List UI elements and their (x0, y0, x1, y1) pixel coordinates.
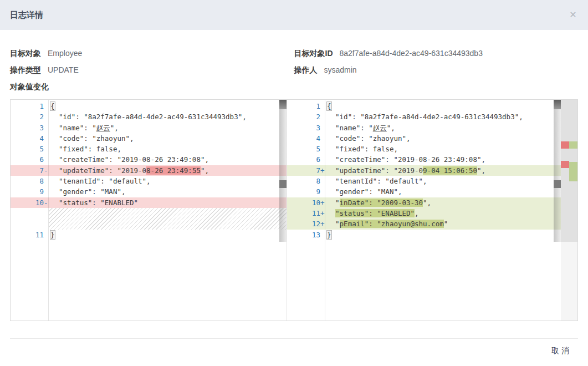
code-text: "fixed": false, (325, 144, 398, 154)
diff-line: 3 "name": "赵云", (287, 123, 561, 133)
diff-line: 5 "fixed": false, (287, 144, 561, 154)
line-number: 6 (11, 154, 49, 165)
code-text: "id": "8a2f7afe-a84d-4de2-ac49-631c34493… (49, 111, 247, 122)
line-number: 10+ (287, 197, 325, 208)
ruler-track-lower (561, 242, 577, 321)
diff-left-rows: 1{2 "id": "8a2f7afe-a84d-4de2-ac49-631c3… (11, 100, 287, 240)
diff-line: 1{ (11, 101, 287, 111)
diff-line: 4 "code": "zhaoyun", (287, 133, 561, 144)
diff-line: 7+ "updateTime": "2019-09-04 15:06:50", (287, 165, 561, 176)
field-target-object-id: 目标对象ID 8a2f7afe-a84d-4de2-ac49-631c34493… (294, 49, 579, 59)
operation-type-label: 操作类型 (10, 65, 41, 75)
code-text: "name": "赵云", (49, 123, 119, 133)
line-number: 5 (287, 144, 325, 154)
diff-right-pane[interactable]: 1{2 "id": "8a2f7afe-a84d-4de2-ac49-631c3… (287, 100, 577, 321)
code-text: "status": "ENABLED" (49, 197, 138, 208)
code-text: { (49, 101, 55, 111)
ruler-deletion-marker (561, 161, 569, 168)
diff-line: 13} (287, 230, 561, 240)
code-text: "createTime": "2019-08-26 23:49:08", (325, 154, 485, 165)
diff-line: 2 "id": "8a2f7afe-a84d-4de2-ac49-631c344… (11, 111, 287, 122)
line-number: 1 (11, 101, 49, 111)
code-text: "status": "ENABLED", (325, 208, 419, 218)
line-number: 2 (287, 111, 325, 122)
line-number: 4 (287, 133, 325, 144)
diff-line: 2 "id": "8a2f7afe-a84d-4de2-ac49-631c344… (287, 111, 561, 122)
code-text: "createTime": "2019-08-26 23:49:08", (49, 154, 209, 165)
ruler-addition-marker (569, 162, 577, 181)
info-row-1: 目标对象 Employee 目标对象ID 8a2f7afe-a84d-4de2-… (10, 49, 578, 59)
line-number: 3 (287, 123, 325, 133)
line-number: 8 (287, 176, 325, 186)
code-text: "tenantId": "default", (49, 176, 151, 186)
diff-line: 8 "tenantId": "default", (287, 176, 561, 186)
diff-filler-block (49, 208, 287, 230)
diff-line: 10+ "inDate": "2009-03-30", (287, 197, 561, 208)
code-text: "id": "8a2f7afe-a84d-4de2-ac49-631c34493… (325, 111, 523, 122)
modal-title: 日志详情 (10, 10, 43, 21)
diff-viewer: 1{2 "id": "8a2f7afe-a84d-4de2-ac49-631c3… (10, 99, 578, 321)
code-text: "gender": "MAN", (49, 186, 125, 197)
modal-body: 目标对象 Employee 目标对象ID 8a2f7afe-a84d-4de2-… (0, 49, 588, 363)
line-number: 7+ (287, 165, 325, 176)
line-number: 3 (11, 123, 49, 133)
info-row-2: 操作类型 UPDATE 操作人 sysadmin (10, 65, 578, 75)
code-text: "code": "zhaoyun", (325, 133, 411, 144)
operation-type-value: UPDATE (48, 65, 79, 74)
diff-line: 11+ "status": "ENABLED", (287, 208, 561, 218)
field-target-object: 目标对象 Employee (10, 49, 294, 59)
code-text: "gender": "MAN", (325, 186, 402, 197)
modal-footer: 取 消 (10, 338, 578, 363)
left-gutter-separator (48, 100, 49, 321)
left-scrollbar-handle[interactable] (279, 180, 287, 188)
code-text: "tenantId": "default", (325, 176, 427, 186)
right-gutter-separator (325, 100, 325, 321)
field-operator: 操作人 sysadmin (294, 65, 579, 75)
line-number: 4 (11, 133, 49, 144)
ruler-addition-marker (569, 141, 577, 149)
diff-overview-ruler (561, 100, 577, 321)
right-scrollbar-handle[interactable] (554, 180, 561, 188)
close-icon[interactable]: ✕ (567, 9, 579, 21)
code-text: "inDate": "2009-03-30", (325, 197, 431, 208)
left-pane-scrollbar[interactable] (279, 100, 287, 242)
line-number: 2 (11, 111, 49, 122)
diff-line: 7- "updateTime": "2019-08-26 23:49:55", (11, 165, 287, 176)
line-number: 1 (287, 101, 325, 111)
code-text: } (49, 230, 55, 240)
field-operation-type: 操作类型 UPDATE (10, 65, 294, 75)
diff-line: 12+ "pEmail": "zhaoyun@shu.com" (287, 218, 561, 229)
operator-label: 操作人 (294, 65, 318, 75)
right-pane-scrollbar[interactable] (554, 100, 561, 242)
code-text: "code": "zhaoyun", (49, 133, 134, 144)
operator-value: sysadmin (324, 65, 357, 74)
ruler-deletion-marker (561, 141, 569, 149)
diff-line: 4 "code": "zhaoyun", (11, 133, 287, 144)
object-change-section-label: 对象值变化 (10, 82, 578, 92)
diff-line: 6 "createTime": "2019-08-26 23:49:08", (287, 154, 561, 165)
code-text: "fixed": false, (49, 144, 121, 154)
code-text: "pEmail": "zhaoyun@shu.com" (325, 218, 448, 229)
diff-line: 1{ (287, 101, 561, 111)
left-scrollbar-thumb[interactable] (279, 100, 287, 109)
diff-line: 9 "gender": "MAN", (11, 186, 287, 197)
line-number: 9 (11, 186, 49, 197)
code-text: "updateTime": "2019-09-04 15:06:50", (325, 165, 485, 176)
modal-header: 日志详情 ✕ (0, 0, 588, 30)
diff-left-pane[interactable]: 1{2 "id": "8a2f7afe-a84d-4de2-ac49-631c3… (11, 100, 287, 321)
diff-line: 9 "gender": "MAN", (287, 186, 561, 197)
target-object-id-value: 8a2f7afe-a84d-4de2-ac49-631c34493db3 (340, 49, 483, 58)
diff-line: 11} (11, 230, 287, 240)
cancel-button[interactable]: 取 消 (551, 346, 569, 356)
code-text: "updateTime": "2019-08-26 23:49:55", (49, 165, 209, 176)
right-scrollbar-thumb[interactable] (554, 100, 561, 109)
line-number: 6 (287, 154, 325, 165)
diff-line: 5 "fixed": false, (11, 144, 287, 154)
line-number: 10- (11, 197, 49, 208)
diff-line: 10- "status": "ENABLED" (11, 197, 287, 208)
target-object-value: Employee (48, 49, 82, 58)
diff-right-rows: 1{2 "id": "8a2f7afe-a84d-4de2-ac49-631c3… (287, 100, 561, 240)
target-object-label: 目标对象 (10, 49, 41, 59)
line-number: 12+ (287, 218, 325, 229)
line-number: 11 (11, 230, 49, 240)
